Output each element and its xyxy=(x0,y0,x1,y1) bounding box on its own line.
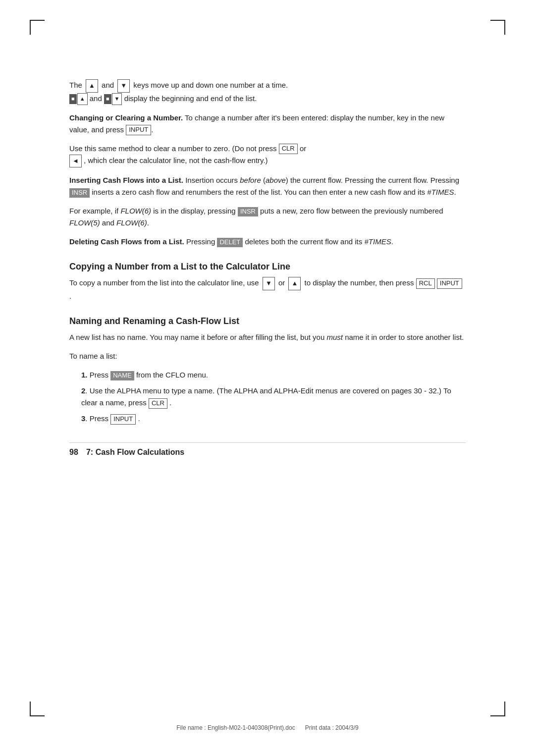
section1-heading: Copying a Number from a List to the Calc… xyxy=(69,262,466,272)
clr-key2: CLR xyxy=(149,398,167,409)
box-down-icon: ■ xyxy=(104,94,111,104)
para-naming2: To name a list: xyxy=(69,350,466,362)
para-naming1: A new list has no name. You may name it … xyxy=(69,331,466,343)
page: The ▲ and ▼ keys move up and down one nu… xyxy=(0,0,535,756)
footer-filename: File name : English-M02-1-040308(Print).… xyxy=(176,724,295,731)
rcl-key: RCL xyxy=(416,278,435,289)
step-2: 2. Use the ALPHA menu to type a name. (T… xyxy=(81,385,466,409)
deleting-heading: Deleting Cash Flows from a List. xyxy=(69,237,184,246)
input-key: INPUT xyxy=(126,125,151,135)
clr-key: CLR xyxy=(279,144,298,154)
page-num: 98 xyxy=(69,448,78,456)
insr-key2: INSR xyxy=(238,207,258,216)
footer: File name : English-M02-1-040308(Print).… xyxy=(0,724,535,731)
steps-list: 1. Press NAME from the CFLO menu. 2. Use… xyxy=(81,369,466,425)
box-up-arrow: ▲ xyxy=(77,93,88,105)
box-up-icon: ■ xyxy=(69,94,77,104)
the-word: The xyxy=(69,81,82,89)
page-section: 98 7: Cash Flow Calculations xyxy=(69,442,466,457)
insr-key: INSR xyxy=(69,188,90,198)
step-3: 3. Press INPUT . xyxy=(81,413,466,425)
section2-heading: Naming and Renaming a Cash-Flow List xyxy=(69,316,466,326)
para-inserting: Inserting Cash Flows into a List. Insert… xyxy=(69,174,466,198)
display-text: display the beginning and end of the lis… xyxy=(124,94,257,103)
down-arrow-key: ▼ xyxy=(117,79,130,93)
back-key: ◄ xyxy=(69,155,82,168)
para-changing: Changing or Clearing a Number. To change… xyxy=(69,112,466,136)
para-deleting: Deleting Cash Flows from a List. Pressin… xyxy=(69,236,466,248)
page-section-title: 7: Cash Flow Calculations xyxy=(86,448,184,456)
up-arrow-key: ▲ xyxy=(86,79,98,93)
and-word: and xyxy=(102,81,116,89)
main-content: The ▲ and ▼ keys move up and down one nu… xyxy=(69,50,466,457)
footer-printdate: Print data : 2004/3/9 xyxy=(305,724,359,731)
inserting-heading: Inserting Cash Flows into a List. xyxy=(69,176,183,184)
footer-spacer xyxy=(297,724,303,731)
corner-bl xyxy=(30,702,45,716)
corner-tl xyxy=(30,20,45,35)
keys-move-text: keys move up and down one number at a ti… xyxy=(133,81,288,89)
input-key2: INPUT xyxy=(437,278,462,289)
corner-br xyxy=(490,702,505,716)
step-1: 1. Press NAME from the CFLO menu. xyxy=(81,369,466,381)
name-key: NAME xyxy=(110,371,134,380)
para-copy: To copy a number from the list into the … xyxy=(69,277,466,302)
para-example: For example, if FLOW(6) is in the displa… xyxy=(69,205,466,229)
up-arrow-key2: ▲ xyxy=(288,277,301,290)
input-key3: INPUT xyxy=(110,414,136,425)
box-down-arrow: ▼ xyxy=(112,93,122,105)
delet-key: DELET xyxy=(217,238,243,247)
changing-heading: Changing or Clearing a Number. xyxy=(69,113,183,122)
para-clear: Use this same method to clear a number t… xyxy=(69,143,466,168)
corner-tr xyxy=(490,20,505,35)
and-word2: and xyxy=(90,94,104,103)
down-arrow-key2: ▼ xyxy=(263,277,275,290)
para-arrow-keys: The ▲ and ▼ keys move up and down one nu… xyxy=(69,79,466,105)
